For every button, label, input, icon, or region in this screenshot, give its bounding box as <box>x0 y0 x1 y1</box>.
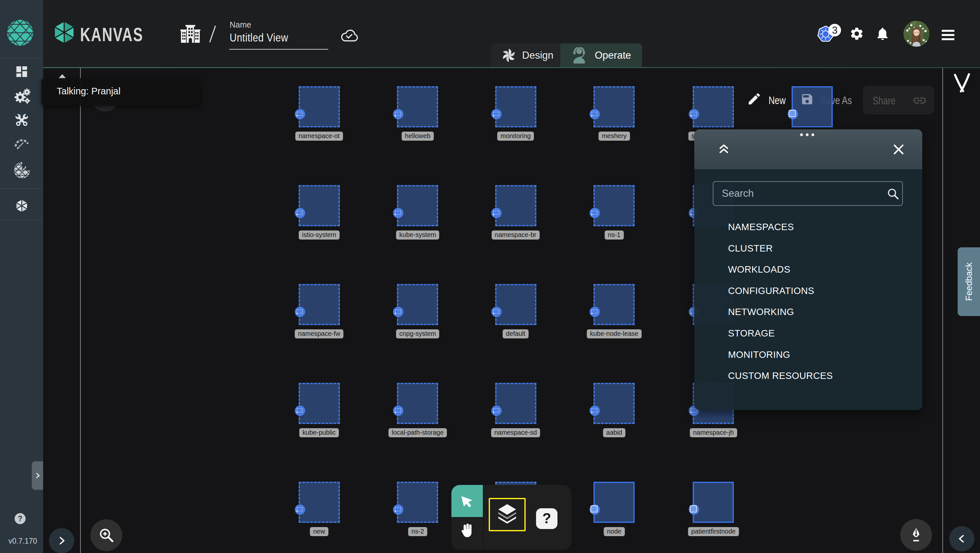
svg-text:3: 3 <box>832 25 837 36</box>
